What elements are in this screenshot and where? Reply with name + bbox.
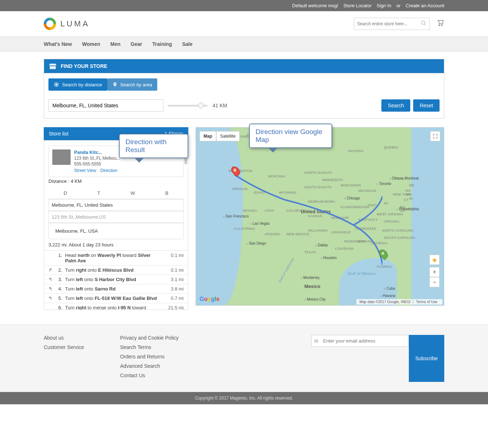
create-account-link[interactable]: Create an Account xyxy=(406,3,444,8)
signin-link[interactable]: Sign In xyxy=(377,3,391,8)
state-label: OREGON xyxy=(232,187,248,191)
logo[interactable]: LUMA xyxy=(44,18,90,30)
direction-step: ↰5.Turn left onto FL-518 W/W Eau Gallie … xyxy=(44,294,188,303)
slider-thumb[interactable] xyxy=(198,103,204,108)
travel-mode-tabs[interactable]: D T W B xyxy=(48,188,184,199)
nav-women[interactable]: Women xyxy=(82,41,100,47)
subscribe-button[interactable]: Subscribe xyxy=(409,335,444,382)
city-label: Toronto xyxy=(377,182,391,186)
footer-customer-service[interactable]: Customer Service xyxy=(44,344,84,350)
zoom-out-button[interactable]: − xyxy=(429,277,440,287)
direction-step: 6.Turn right to merge onto I-95 N toward… xyxy=(44,303,188,310)
direction-link[interactable]: Direction xyxy=(100,168,117,173)
state-label: LOUISIANA xyxy=(335,247,354,250)
label-mx: Mexico xyxy=(304,284,320,289)
zoom-control[interactable]: + − xyxy=(429,267,440,287)
to-address[interactable]: 123 6th St.,Melbourne,US xyxy=(48,211,184,223)
footer-privacy[interactable]: Privacy and Cookie Policy xyxy=(120,335,179,341)
find-store-title: FIND YOUR STORE xyxy=(61,63,107,69)
turn-icon: ↰ xyxy=(48,277,53,282)
suggestion[interactable]: Melbourne, FL, USA xyxy=(48,223,184,239)
find-store-header: FIND YOUR STORE xyxy=(44,59,444,73)
svg-line-1 xyxy=(424,24,425,25)
cart-icon[interactable] xyxy=(436,19,444,29)
footer-search-terms[interactable]: Search Terms xyxy=(120,344,179,350)
location-input[interactable] xyxy=(48,99,163,112)
footer-contact[interactable]: Contact Us xyxy=(120,372,179,378)
search-area-tab[interactable]: Search by area xyxy=(107,78,157,91)
state-label: IOWA xyxy=(326,200,335,203)
state-label: NORTH DAKOTA xyxy=(304,171,332,175)
store-name: Panda Kitc... xyxy=(74,150,120,155)
gulf-label: Gulf of Mexico xyxy=(348,271,376,276)
turn-icon: ↰ xyxy=(48,286,53,292)
state-label: WISCONSIN xyxy=(341,184,361,187)
state-label: NEVADA xyxy=(243,209,257,212)
newsletter: ✉ Subscribe xyxy=(311,335,444,382)
state-label: MINNESOTA xyxy=(322,178,343,182)
footer-about[interactable]: About us xyxy=(44,335,84,341)
newsletter-input[interactable] xyxy=(311,335,409,347)
state-label: RI xyxy=(409,197,413,201)
city-label: Dallas xyxy=(315,243,328,247)
distance-slider[interactable] xyxy=(168,105,207,107)
store-locator-link[interactable]: Store Locator xyxy=(343,3,372,8)
cuba-label: Cuba xyxy=(384,287,395,290)
pin-icon xyxy=(112,82,117,87)
state-label: INDIANA xyxy=(355,205,369,209)
nav-training[interactable]: Training xyxy=(152,41,172,47)
search-icon[interactable] xyxy=(421,20,427,27)
from-address[interactable]: Melbourne, FL, United States xyxy=(48,199,184,211)
store-list-title: Store list xyxy=(49,131,68,137)
nav-whats-new[interactable]: What's New xyxy=(44,41,72,47)
search-controls: Search by distance Search by area 41 KM … xyxy=(44,73,444,119)
google-logo: Google xyxy=(200,296,219,302)
state-label: CT xyxy=(404,198,408,202)
state-label: WEST VIRGINIA xyxy=(377,212,403,216)
state-label: NEBRASKA xyxy=(308,200,327,203)
nav-gear[interactable]: Gear xyxy=(130,41,142,47)
map-type-map[interactable]: Map xyxy=(200,131,216,141)
city-label: San Francisco xyxy=(223,214,249,218)
state-label: FLORIDA xyxy=(377,265,392,268)
city-label: San Diego xyxy=(247,241,266,245)
store-image xyxy=(52,150,70,165)
copyright: Copyright © 2017 Magento, Inc. All right… xyxy=(0,392,488,404)
search-distance-tab[interactable]: Search by distance xyxy=(48,78,107,91)
city-label: Havana xyxy=(380,294,395,298)
turn-icon: ↱ xyxy=(48,267,53,273)
state-label: SOUTH CAROLINA xyxy=(384,236,415,240)
zoom-in-button[interactable]: + xyxy=(429,267,440,277)
state-label: NH xyxy=(406,189,411,193)
callout-result: Direction with Result xyxy=(119,134,188,158)
city-label: Monterrey xyxy=(301,276,320,280)
footer-advanced[interactable]: Advanced Search xyxy=(120,363,179,369)
state-label: IDAHO xyxy=(254,191,265,194)
street-view-link[interactable]: Street View xyxy=(74,168,96,173)
fullscreen-button[interactable] xyxy=(430,131,440,141)
state-label: QUEBEC xyxy=(384,146,399,149)
state-label: COLORADO xyxy=(286,209,307,212)
direction-step: ↱2.Turn right onto E Hibiscus Blvd0.1 mi xyxy=(44,266,188,275)
nav-men[interactable]: Men xyxy=(110,41,120,47)
search-box[interactable] xyxy=(354,18,430,30)
footer-orders[interactable]: Orders and Returns xyxy=(120,354,179,359)
pegman-icon[interactable]: ◉ xyxy=(429,255,440,265)
google-map[interactable]: United States Mexico BRITISH COLUMBIAALB… xyxy=(196,127,444,306)
reset-button[interactable]: Reset xyxy=(413,99,440,112)
distance-value: 41 KM xyxy=(213,103,227,108)
nav-sale[interactable]: Sale xyxy=(182,41,193,47)
distance-row: Distance : 4 KM xyxy=(44,177,188,185)
search-button[interactable]: Search xyxy=(381,99,410,112)
state-label: SOUTH DAKOTA xyxy=(304,185,332,189)
map-type-control[interactable]: Map Satellite xyxy=(200,131,240,141)
state-label: OHIO xyxy=(368,203,377,207)
direction-step: 1.Head north on Waverly Pl toward Silver… xyxy=(44,251,188,266)
city-label: Las Vegas xyxy=(250,221,270,225)
callout-map: Direction view Google Map xyxy=(249,124,332,148)
state-label: CALIFORNIA xyxy=(234,227,255,231)
search-input[interactable] xyxy=(357,21,421,26)
state-label: KANSAS xyxy=(308,214,322,218)
map-type-satellite[interactable]: Satellite xyxy=(216,131,240,141)
footer-col2: Privacy and Cookie Policy Search Terms O… xyxy=(120,335,179,382)
